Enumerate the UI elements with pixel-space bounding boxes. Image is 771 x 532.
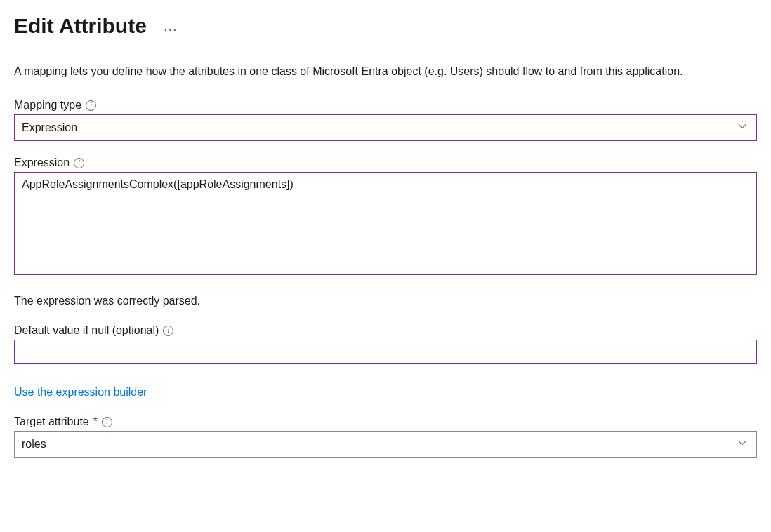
mapping-type-select[interactable]: Expression bbox=[14, 114, 757, 141]
required-indicator: * bbox=[93, 415, 98, 428]
info-icon[interactable] bbox=[74, 158, 84, 168]
more-options-icon[interactable]: ··· bbox=[158, 18, 183, 40]
target-attribute-field-group: Target attribute * roles bbox=[14, 415, 757, 458]
info-icon[interactable] bbox=[102, 417, 112, 427]
page-title: Edit Attribute bbox=[14, 14, 147, 38]
expression-input[interactable] bbox=[14, 172, 757, 275]
expression-label: Expression bbox=[14, 157, 70, 169]
mapping-type-field-group: Mapping type Expression bbox=[14, 99, 757, 141]
expression-field-group: Expression bbox=[14, 157, 757, 278]
expression-status-text: The expression was correctly parsed. bbox=[14, 295, 757, 307]
target-attribute-value: roles bbox=[14, 431, 757, 458]
expression-builder-link[interactable]: Use the expression builder bbox=[14, 386, 147, 399]
default-value-label: Default value if null (optional) bbox=[14, 324, 159, 337]
default-value-field-group: Default value if null (optional) bbox=[14, 324, 757, 364]
mapping-type-label: Mapping type bbox=[14, 99, 81, 112]
default-value-input[interactable] bbox=[14, 340, 757, 364]
info-icon[interactable] bbox=[86, 100, 96, 111]
target-attribute-label: Target attribute bbox=[14, 415, 89, 428]
info-icon[interactable] bbox=[163, 326, 173, 336]
page-description: A mapping lets you define how the attrib… bbox=[14, 63, 757, 79]
mapping-type-value: Expression bbox=[14, 114, 757, 141]
target-attribute-select[interactable]: roles bbox=[14, 431, 757, 458]
